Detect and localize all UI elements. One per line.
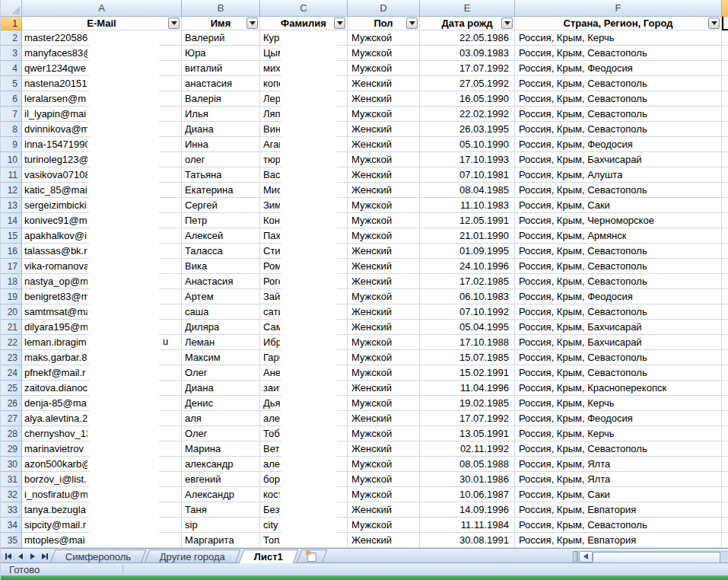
cell[interactable]: Диляра (182, 320, 260, 335)
cell[interactable]: Женский (348, 183, 420, 198)
filter-dropdown-button[interactable] (334, 18, 345, 29)
cell[interactable] (722, 259, 728, 274)
previous-sheet-button[interactable] (14, 550, 26, 562)
cell[interactable]: Россия, Крым, Черноморское (515, 213, 722, 228)
row-header-8[interactable]: 8 (1, 122, 22, 137)
cell[interactable] (722, 320, 728, 335)
header-cell-email[interactable]: E-Mail (22, 17, 182, 30)
cell[interactable]: аля (182, 411, 260, 426)
header-cell-surname[interactable]: Фамилия (260, 17, 348, 30)
row-header-29[interactable]: 29 (1, 441, 22, 457)
cell[interactable] (722, 274, 728, 289)
cell[interactable] (722, 518, 728, 533)
cell[interactable] (722, 335, 728, 350)
cell[interactable] (722, 46, 728, 61)
row-header-7[interactable]: 7 (1, 107, 22, 122)
cell[interactable]: Мужской (348, 46, 420, 61)
cell[interactable]: 17.07.1992 (420, 411, 515, 426)
cell[interactable]: Россия, Крым, Севастополь (515, 122, 722, 137)
cell[interactable]: Петр (182, 213, 260, 228)
cell[interactable]: Россия, Крым, Красноперекопск (515, 381, 722, 396)
row-header-35[interactable]: 35 (1, 533, 22, 548)
header-cell-gender[interactable]: Пол (348, 17, 420, 30)
cell[interactable]: Россия, Крым, Севастополь (515, 244, 722, 259)
cell[interactable]: Женский (348, 411, 420, 426)
column-header-d[interactable]: D (348, 0, 420, 17)
cell[interactable]: Олег (182, 365, 260, 381)
cell[interactable]: Мужской (348, 30, 420, 46)
last-sheet-button[interactable] (39, 550, 50, 562)
cell[interactable] (722, 183, 728, 198)
cell[interactable] (722, 457, 728, 472)
insert-worksheet-button[interactable]: ✱ (297, 550, 328, 563)
scrollbar-track[interactable] (593, 551, 728, 562)
cell[interactable]: Леман (182, 335, 260, 350)
cell[interactable]: Мужской (348, 426, 420, 441)
row-header-12[interactable]: 12 (1, 183, 22, 198)
cell[interactable]: олег (182, 152, 260, 167)
row-header-17[interactable]: 17 (1, 259, 22, 274)
cell[interactable]: Россия, Крым, Армянск (515, 228, 722, 244)
cell[interactable]: 02.11.1992 (420, 441, 515, 457)
scroll-left-button[interactable] (579, 551, 593, 562)
row-header-21[interactable]: 21 (1, 320, 22, 335)
row-header-16[interactable]: 16 (1, 244, 22, 259)
cell[interactable]: Россия, Крым, Севастополь (515, 76, 722, 91)
cell[interactable] (722, 244, 728, 259)
cell[interactable] (722, 167, 728, 183)
cell[interactable]: 15.07.1985 (420, 350, 515, 365)
cell[interactable]: Мужской (348, 289, 420, 304)
row-header-13[interactable]: 13 (1, 198, 22, 213)
cell[interactable]: Мужской (348, 335, 420, 350)
cell[interactable]: Россия, Крым, Севастополь (515, 518, 722, 533)
cell[interactable]: Мужской (348, 152, 420, 167)
cell[interactable]: Мужской (348, 365, 420, 381)
cell[interactable]: анастасия (182, 76, 260, 91)
cell[interactable] (722, 137, 728, 152)
cell[interactable]: Александр (182, 487, 260, 502)
tab-split-handle[interactable] (573, 551, 578, 562)
row-header-19[interactable]: 19 (1, 289, 22, 304)
cell[interactable]: 12.05.1991 (420, 213, 515, 228)
cell[interactable] (722, 304, 728, 320)
cell[interactable]: Россия, Крым, Севастополь (515, 365, 722, 381)
cell[interactable]: Россия, Крым, Саки (515, 487, 722, 502)
column-header-c[interactable]: C (260, 0, 348, 17)
cell[interactable]: евгений (182, 472, 260, 487)
cell[interactable]: 22.02.1992 (420, 107, 515, 122)
cell[interactable]: Вика (182, 259, 260, 274)
sheet-tab-2[interactable]: Другие города (145, 550, 240, 563)
sheet-tab-3[interactable]: Лист1 (239, 550, 299, 563)
cell[interactable]: Инна (182, 137, 260, 152)
cell[interactable] (722, 213, 728, 228)
cell[interactable]: Максим (182, 350, 260, 365)
filter-dropdown-button[interactable] (501, 18, 513, 29)
column-header-f[interactable]: F (515, 0, 722, 17)
header-cell-dob[interactable]: Дата рожд (420, 17, 515, 30)
cell[interactable]: Россия, Крым, Севастополь (515, 274, 722, 289)
cell[interactable]: Диана (182, 381, 260, 396)
cell[interactable]: Россия, Крым, Севастополь (515, 107, 722, 122)
filter-dropdown-button[interactable] (168, 18, 180, 29)
cell[interactable]: Мужской (348, 472, 420, 487)
cell[interactable]: Женский (348, 91, 420, 107)
cell[interactable] (722, 61, 728, 76)
cell[interactable]: Россия, Крым, Бахчисарай (515, 320, 722, 335)
cell[interactable]: 24.10.1996 (420, 259, 515, 274)
cell[interactable]: Юра (182, 46, 260, 61)
cell[interactable] (722, 107, 728, 122)
first-sheet-button[interactable] (2, 550, 14, 562)
cell[interactable]: Россия, Крым, Евпатория (515, 502, 722, 518)
row-header-34[interactable]: 34 (1, 518, 22, 533)
cell[interactable]: Россия, Крым, Феодосия (515, 137, 722, 152)
cell[interactable]: 16.05.1990 (420, 91, 515, 107)
cell[interactable]: Мужской (348, 198, 420, 213)
row-header-31[interactable]: 31 (1, 472, 22, 487)
column-header-e[interactable]: E (420, 0, 515, 17)
row-header-5[interactable]: 5 (1, 76, 22, 91)
cell[interactable]: Татьяна (182, 167, 260, 183)
cell[interactable]: Мужской (348, 107, 420, 122)
cell[interactable]: Мужской (348, 213, 420, 228)
cell[interactable]: Илья (182, 107, 260, 122)
row-header-15[interactable]: 15 (1, 228, 22, 244)
